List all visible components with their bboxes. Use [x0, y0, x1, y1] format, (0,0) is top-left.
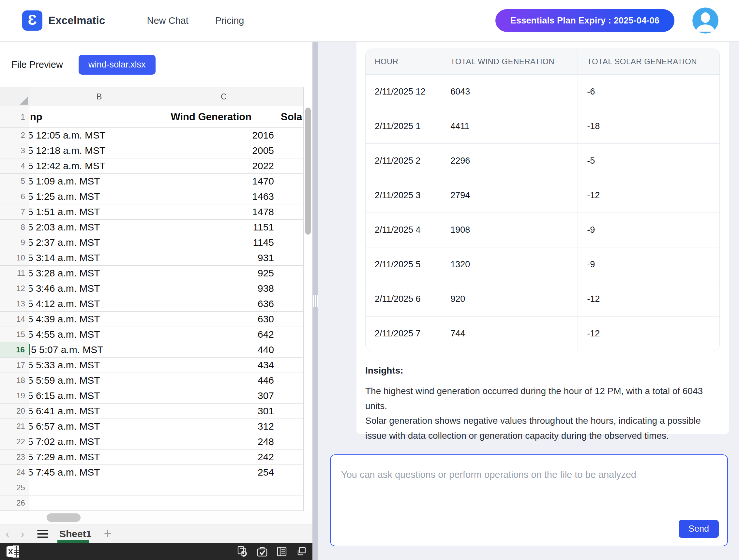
cell-d23[interactable] [278, 449, 303, 465]
cell-b17-timestamp[interactable]: 5 5:33 a.m. MST [29, 358, 170, 373]
chat-input-placeholder[interactable]: You can ask questions or perform operati… [341, 470, 636, 480]
cell-b25-timestamp[interactable] [29, 480, 170, 496]
cell-b2-timestamp[interactable]: 5 12:05 a.m. MST [29, 128, 170, 143]
cell-d6[interactable] [278, 189, 303, 204]
cell-b13-timestamp[interactable]: 5 4:12 a.m. MST [29, 296, 170, 312]
cell-b1-timestamp-clipped[interactable]: np [29, 106, 170, 128]
send-button[interactable]: Send [679, 520, 719, 538]
cell-c10-wind-value[interactable]: 931 [169, 250, 278, 266]
cell-d5[interactable] [278, 174, 303, 189]
row-header-21[interactable]: 21 [0, 419, 29, 434]
cell-d9[interactable] [278, 235, 303, 250]
cell-d4[interactable] [278, 158, 303, 174]
cell-b24-timestamp[interactable]: 5 7:45 a.m. MST [29, 465, 170, 480]
cell-c7-wind-value[interactable]: 1478 [169, 204, 278, 220]
cell-d7[interactable] [278, 204, 303, 220]
panel-resize-divider[interactable] [312, 42, 318, 560]
cell-c15-wind-value[interactable]: 642 [169, 327, 278, 342]
column-header-d[interactable] [278, 87, 303, 106]
cell-d26[interactable] [278, 496, 303, 511]
row-header-17[interactable]: 17 [0, 358, 29, 373]
cell-c17-wind-value[interactable]: 434 [169, 358, 278, 373]
validate-check-icon[interactable] [256, 546, 268, 557]
cell-c13-wind-value[interactable]: 636 [169, 296, 278, 312]
cell-b8-timestamp[interactable]: 5 2:03 a.m. MST [29, 220, 170, 235]
excelmatic-logo-icon[interactable]: Ɛ [22, 10, 42, 31]
cell-c23-wind-value[interactable]: 242 [169, 449, 278, 465]
cell-d22[interactable] [278, 434, 303, 449]
cell-b26-timestamp[interactable] [29, 496, 170, 511]
switch-window-icon[interactable] [295, 546, 307, 557]
cell-b10-timestamp[interactable]: 5 3:14 a.m. MST [29, 250, 170, 266]
row-header-3[interactable]: 3 [0, 143, 29, 158]
row-header-20[interactable]: 20 [0, 403, 29, 419]
row-header-10[interactable]: 10 [0, 250, 29, 266]
cell-d13[interactable] [278, 296, 303, 312]
cell-b7-timestamp[interactable]: 5 1:51 a.m. MST [29, 204, 170, 220]
plan-expiry-badge[interactable]: Essentials Plan Expiry : 2025-04-06 [495, 9, 675, 32]
cell-b14-timestamp[interactable]: 5 4:39 a.m. MST [29, 312, 170, 327]
cell-c5-wind-value[interactable]: 1470 [169, 174, 278, 189]
select-all-corner[interactable] [0, 87, 29, 106]
cell-c18-wind-value[interactable]: 446 [169, 373, 278, 388]
cell-c6-wind-value[interactable]: 1463 [169, 189, 278, 204]
row-header-2[interactable]: 2 [0, 128, 29, 143]
cell-d25[interactable] [278, 480, 303, 496]
row-header-11[interactable]: 11 [0, 266, 29, 281]
row-header-14[interactable]: 14 [0, 312, 29, 327]
cell-c11-wind-value[interactable]: 925 [169, 266, 278, 281]
user-avatar[interactable] [692, 7, 719, 34]
cell-d14[interactable] [278, 312, 303, 327]
tab-scroll-left-icon[interactable]: ‹ [0, 527, 15, 540]
cell-d8[interactable] [278, 220, 303, 235]
cell-c8-wind-value[interactable]: 1151 [169, 220, 278, 235]
cell-c22-wind-value[interactable]: 248 [169, 434, 278, 449]
cell-d12[interactable] [278, 281, 303, 296]
cell-c12-wind-value[interactable]: 938 [169, 281, 278, 296]
cell-d17[interactable] [278, 358, 303, 373]
cell-b21-timestamp[interactable]: 5 6:57 a.m. MST [29, 419, 170, 434]
nav-link-new-chat[interactable]: New Chat [147, 15, 188, 26]
cell-c24-wind-value[interactable]: 254 [169, 465, 278, 480]
row-header-13[interactable]: 13 [0, 296, 29, 312]
row-header-26[interactable]: 26 [0, 496, 29, 511]
sheet-vertical-scrollbar[interactable] [305, 108, 311, 235]
cell-d21[interactable] [278, 419, 303, 434]
cell-d11[interactable] [278, 266, 303, 281]
row-header-4[interactable]: 4 [0, 158, 29, 174]
cell-b3-timestamp[interactable]: 5 12:18 a.m. MST [29, 143, 170, 158]
tab-sheet1[interactable]: Sheet1 [59, 525, 91, 543]
row-header-19[interactable]: 19 [0, 388, 29, 403]
cell-b6-timestamp[interactable]: 5 1:25 a.m. MST [29, 189, 170, 204]
row-header-1[interactable]: 1 [0, 106, 29, 128]
sheet-list-menu-icon[interactable] [37, 530, 48, 538]
row-header-9[interactable]: 9 [0, 235, 29, 250]
cell-b18-timestamp[interactable]: 5 5:59 a.m. MST [29, 373, 170, 388]
sheet-horizontal-scrollbar[interactable] [47, 513, 81, 522]
cell-c14-wind-value[interactable]: 630 [169, 312, 278, 327]
cell-b5-timestamp[interactable]: 5 1:09 a.m. MST [29, 174, 170, 189]
row-header-18[interactable]: 18 [0, 373, 29, 388]
row-header-8[interactable]: 8 [0, 220, 29, 235]
cell-b19-timestamp[interactable]: 5 6:15 a.m. MST [29, 388, 170, 403]
cell-b23-timestamp[interactable]: 5 7:29 a.m. MST [29, 449, 170, 465]
row-header-15[interactable]: 15 [0, 327, 29, 342]
cell-d16[interactable] [278, 342, 303, 358]
cell-c19-wind-value[interactable]: 307 [169, 388, 278, 403]
nav-link-pricing[interactable]: Pricing [215, 15, 244, 26]
chat-input-box[interactable]: You can ask questions or perform operati… [330, 454, 728, 546]
cell-b22-timestamp[interactable]: 5 7:02 a.m. MST [29, 434, 170, 449]
copy-refresh-icon[interactable] [237, 546, 249, 557]
read-mode-icon[interactable] [276, 546, 288, 557]
cell-d15[interactable] [278, 327, 303, 342]
row-header-16[interactable]: 16 [0, 342, 29, 358]
file-chip[interactable]: wind-solar.xlsx [79, 55, 156, 75]
row-header-7[interactable]: 7 [0, 204, 29, 220]
cell-d3[interactable] [278, 143, 303, 158]
column-header-b[interactable]: B [29, 87, 170, 106]
cell-b11-timestamp[interactable]: 5 3:28 a.m. MST [29, 266, 170, 281]
cell-d10[interactable] [278, 250, 303, 266]
cell-c26-wind-value[interactable] [169, 496, 278, 511]
cell-c21-wind-value[interactable]: 312 [169, 419, 278, 434]
cell-d18[interactable] [278, 373, 303, 388]
